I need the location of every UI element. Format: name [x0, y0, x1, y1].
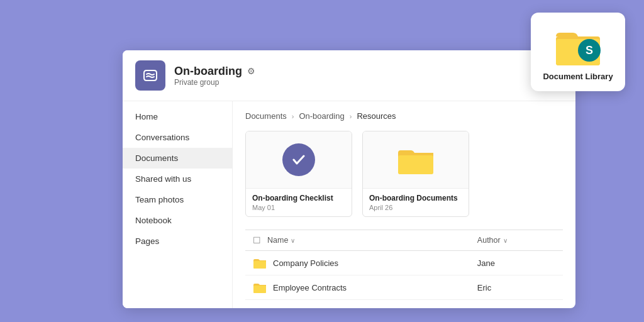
sidebar-item-notebook[interactable]: Notebook	[123, 210, 232, 231]
file-list: ☐ Name ∨ Author ∨	[245, 230, 563, 308]
folder-icon-row-3	[253, 306, 267, 308]
sidebar: Home Conversations Documents Shared with…	[123, 101, 233, 308]
app-body: Home Conversations Documents Shared with…	[123, 101, 575, 308]
app-subtitle: Private group	[174, 78, 255, 87]
file-name-cell: Employee Contracts	[245, 275, 470, 300]
file-name-cell: Company Policies	[245, 251, 470, 275]
breadcrumb-documents[interactable]: Documents	[245, 111, 287, 121]
sidebar-item-pages[interactable]: Pages	[123, 231, 232, 252]
breadcrumb-sep-1: ›	[292, 113, 294, 120]
svg-rect-6	[253, 286, 266, 293]
app-window: On-boarding ⚙ Private group Home Convers…	[123, 50, 575, 308]
col-author-label: Author	[477, 236, 501, 245]
file-name-cell: Staff Directory	[245, 300, 470, 309]
file-list-body: Company Policies Jane	[245, 251, 563, 309]
card-onboarding-documents[interactable]: On-boarding Documents April 26	[362, 131, 469, 217]
col-name-label: Name	[267, 236, 288, 245]
file-list-header: ☐ Name ∨ Author ∨	[245, 230, 563, 251]
card-preview-checklist	[246, 131, 352, 188]
col-name-sort-icon: ∨	[291, 237, 295, 244]
table-row[interactable]: Employee Contracts Eric	[245, 275, 563, 300]
col-header-name[interactable]: ☐ Name ∨	[245, 230, 470, 251]
app-title-group: On-boarding ⚙ Private group	[174, 65, 255, 87]
breadcrumb-resources: Resources	[357, 111, 396, 121]
sidebar-item-team-photos[interactable]: Team photos	[123, 189, 232, 210]
checklist-icon	[282, 143, 315, 176]
card-footer-checklist: On-boarding Checklist May 01	[246, 188, 352, 216]
file-name-1: Company Policies	[273, 258, 338, 268]
svg-rect-4	[398, 155, 433, 174]
card-footer-folder: On-boarding Documents April 26	[363, 188, 469, 216]
app-logo	[135, 60, 165, 91]
doc-library-icon: S	[553, 23, 603, 67]
file-name-3: Staff Directory	[273, 308, 325, 309]
table-row[interactable]: Staff Directory Ursula	[245, 300, 563, 309]
folder-icon-row-2	[253, 281, 267, 294]
card-date-checklist: May 01	[252, 204, 345, 211]
sidebar-item-shared-with-us[interactable]: Shared with us	[123, 169, 232, 189]
sidebar-item-documents[interactable]: Documents	[123, 148, 232, 169]
svg-rect-5	[253, 261, 266, 269]
sidebar-item-home[interactable]: Home	[123, 106, 232, 127]
card-title-folder: On-boarding Documents	[369, 194, 462, 203]
card-title-checklist: On-boarding Checklist	[252, 194, 345, 203]
sidebar-item-conversations[interactable]: Conversations	[123, 127, 232, 148]
app-title: On-boarding	[174, 65, 242, 78]
settings-icon[interactable]: ⚙	[247, 66, 255, 76]
card-date-folder: April 26	[369, 204, 462, 211]
col-author-sort-icon: ∨	[503, 237, 508, 244]
file-author-2: Eric	[470, 275, 563, 300]
file-name-2: Employee Contracts	[273, 283, 347, 292]
app-header: On-boarding ⚙ Private group	[123, 50, 575, 101]
doc-library-card: S Document Library	[531, 13, 625, 91]
cards-row: On-boarding Checklist May 01 On-boarding…	[245, 131, 563, 217]
app-title-row: On-boarding ⚙	[174, 65, 255, 78]
svg-text:S: S	[586, 44, 593, 57]
doc-icon-header: ☐	[253, 235, 261, 245]
breadcrumb: Documents › On-boarding › Resources	[245, 111, 563, 121]
table-row[interactable]: Company Policies Jane	[245, 251, 563, 275]
doc-library-label: Document Library	[543, 72, 613, 81]
breadcrumb-onboarding[interactable]: On-boarding	[299, 111, 344, 121]
folder-icon-row-1	[253, 257, 267, 269]
card-onboarding-checklist[interactable]: On-boarding Checklist May 01	[245, 131, 352, 217]
file-author-1: Jane	[470, 251, 563, 275]
main-content: Documents › On-boarding › Resources	[233, 101, 575, 308]
breadcrumb-sep-2: ›	[350, 113, 352, 120]
card-preview-folder	[363, 131, 469, 188]
file-author-3: Ursula	[470, 300, 563, 309]
folder-icon-large	[397, 144, 435, 175]
col-header-author[interactable]: Author ∨	[470, 230, 563, 251]
